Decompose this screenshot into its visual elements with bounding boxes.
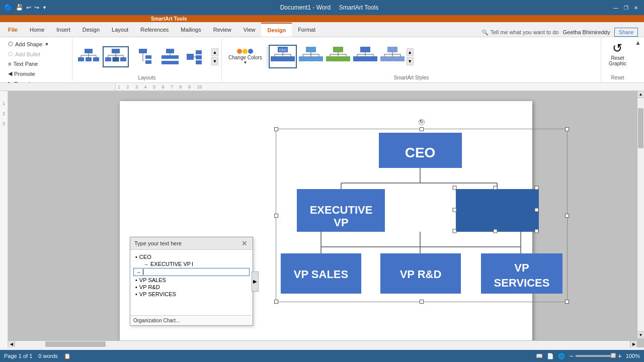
style-item-3[interactable] [325, 46, 351, 67]
scroll-down-button[interactable]: ▼ [637, 331, 644, 338]
svg-rect-24 [162, 55, 179, 59]
tab-view[interactable]: View [237, 23, 262, 37]
add-shape-icon: ⬡ [8, 41, 13, 47]
tab-design[interactable]: Design [76, 23, 106, 37]
minimize-button[interactable]: — [612, 4, 620, 12]
zoom-slider[interactable]: − + [569, 352, 621, 360]
promote-button[interactable]: ◀ Promote [5, 69, 69, 78]
tab-mailings[interactable]: Mailings [175, 23, 207, 37]
svg-rect-74 [380, 56, 388, 61]
svg-rect-68 [387, 47, 397, 52]
layout-scroll-up[interactable]: ▲ [211, 48, 218, 56]
styles-content: Change Colors ▼ CEO [225, 39, 598, 74]
text-pane-icon: ≡ [8, 61, 11, 67]
text-panel-close-button[interactable]: ✕ [240, 239, 249, 247]
scroll-v-thumb[interactable] [638, 108, 643, 148]
reset-graphic-button[interactable]: ↺ Reset Graphic [605, 39, 630, 68]
add-bullet-button[interactable]: ⬡ Add Bullet [5, 49, 69, 59]
handle-tm[interactable] [420, 127, 424, 131]
layout-item-3[interactable] [130, 46, 156, 67]
context-tab-bar: SmartArt Tools [0, 15, 644, 22]
tab-file[interactable]: File [2, 23, 24, 37]
zoom-level[interactable]: 100% [626, 353, 640, 359]
svg-rect-76 [396, 56, 405, 61]
layout-item-2[interactable] [103, 46, 129, 67]
color-circle-yellow [243, 49, 248, 54]
rotation-handle[interactable]: ↻ [419, 119, 425, 125]
handle-br[interactable] [565, 300, 569, 304]
tab-design-smartart[interactable]: Design [261, 23, 292, 37]
scroll-up-button[interactable]: ▲ [637, 91, 644, 98]
handle-mr[interactable] [565, 214, 569, 218]
layout-item-5[interactable] [184, 46, 210, 67]
scroll-h-thumb[interactable] [45, 341, 106, 347]
svg-rect-25 [162, 61, 179, 64]
style-item-4[interactable] [352, 46, 378, 67]
tell-me-box[interactable]: 🔍 Tell me what you want to do [481, 29, 559, 36]
layouts-content: ▲ ▼ [75, 39, 218, 74]
text-pane-button[interactable]: ≡ Text Pane [5, 59, 69, 68]
svg-rect-26 [187, 54, 194, 60]
title-bar-left: 🔵 💾 ↩ ↪ ▼ [4, 4, 47, 12]
handle-bm[interactable] [420, 300, 424, 304]
scrollbar-v: ▲ ▼ [637, 91, 644, 338]
share-button[interactable]: Share [614, 28, 638, 37]
layout-item-1[interactable] [75, 46, 102, 67]
scroll-v-track[interactable] [637, 98, 644, 331]
layout-item-4[interactable] [157, 46, 183, 67]
tab-home[interactable]: Home [24, 23, 50, 37]
handle-ml[interactable] [274, 214, 278, 218]
quick-redo[interactable]: ↪ [34, 4, 39, 11]
layout-scroll-down[interactable]: ▼ [211, 57, 218, 65]
smartart-wrapper[interactable]: ↻ CEO [276, 129, 568, 302]
zoom-out-button[interactable]: − [569, 352, 573, 360]
ribbon-collapse[interactable]: ▲ [634, 38, 642, 81]
styles-scroll: ▲ ▼ [407, 48, 414, 65]
change-colors-button[interactable]: Change Colors ▼ [225, 46, 266, 67]
quick-undo[interactable]: ↩ [26, 4, 31, 11]
reset-label: Reset [611, 74, 624, 80]
text-item-empty[interactable]: → [133, 268, 250, 276]
text-panel: Type your text here ✕ • CEO → EXECUTIVE … [130, 237, 253, 326]
handle-bl[interactable] [274, 300, 278, 304]
tab-references[interactable]: References [134, 23, 175, 37]
arrow-bullet-2: → [136, 269, 141, 275]
svg-rect-20 [145, 55, 151, 59]
text-panel-collapse[interactable]: ▶ [252, 272, 259, 292]
zoom-track[interactable] [576, 355, 616, 357]
style-item-2[interactable] [298, 46, 324, 67]
change-colors-dropdown[interactable]: ▼ [243, 60, 247, 65]
add-shape-button[interactable]: ⬡ Add Shape ▼ [5, 39, 69, 49]
scroll-h-track[interactable] [15, 341, 630, 347]
ruler-v: 1 2 3 [0, 91, 8, 347]
web-layout-button[interactable]: 🌐 [558, 353, 565, 359]
style-item-1[interactable]: CEO [269, 45, 297, 68]
text-panel-footer[interactable]: Organization Chart... [130, 315, 253, 325]
tab-format-smartart[interactable]: Format [292, 23, 321, 37]
add-shape-dropdown-icon[interactable]: ▼ [44, 42, 49, 47]
close-button[interactable]: ✕ [632, 4, 640, 12]
tab-insert[interactable]: Insert [50, 23, 76, 37]
restore-button[interactable]: ❐ [622, 4, 630, 12]
text-panel-body[interactable]: • CEO → EXECUTIVE VP I → • VP SALES [130, 250, 253, 315]
read-mode-button[interactable]: 📖 [536, 353, 543, 359]
handle-tr[interactable] [565, 127, 569, 131]
styles-scroll-down[interactable]: ▼ [407, 57, 414, 65]
scroll-left-button[interactable]: ◀ [8, 341, 15, 347]
print-layout-button[interactable]: 📄 [547, 353, 554, 359]
style-item-5[interactable] [379, 46, 406, 67]
zoom-thumb[interactable] [611, 353, 616, 358]
svg-rect-47 [299, 56, 307, 61]
styles-scroll-up[interactable]: ▲ [407, 48, 414, 56]
proofing-icon[interactable]: 📋 [64, 353, 71, 359]
collapse-icon[interactable]: ▲ [635, 39, 641, 46]
quick-dropdown[interactable]: ▼ [42, 5, 47, 10]
bullet-4: • [135, 291, 137, 297]
svg-rect-0 [85, 49, 93, 53]
tab-review[interactable]: Review [207, 23, 237, 37]
quick-save[interactable]: 💾 [16, 4, 23, 11]
zoom-in-button[interactable]: + [618, 352, 622, 360]
handle-tl[interactable] [274, 127, 278, 131]
scroll-right-button[interactable]: ▶ [630, 341, 637, 347]
tab-layout[interactable]: Layout [106, 23, 134, 37]
